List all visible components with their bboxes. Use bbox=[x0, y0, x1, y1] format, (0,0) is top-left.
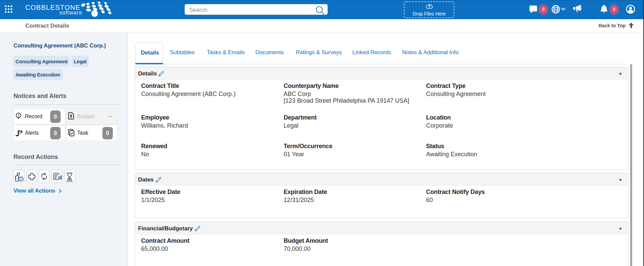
svg-text:$: $ bbox=[70, 114, 72, 119]
